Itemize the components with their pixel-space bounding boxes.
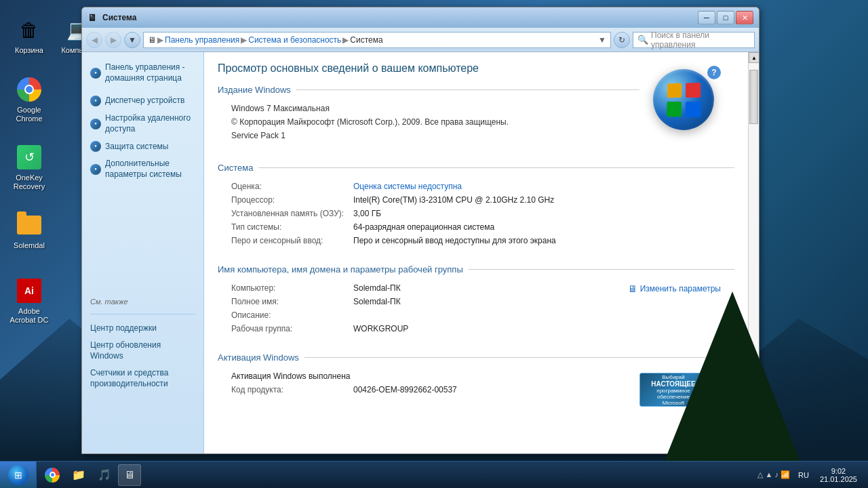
minimize-button[interactable]: ─ <box>698 11 715 24</box>
sidebar-divider <box>90 314 195 314</box>
start-button[interactable]: ⊞ <box>0 462 37 489</box>
product-key-value: 00426-OEM-8992662-00537 <box>353 385 457 394</box>
taskbar-control-panel-icon: 🖥 <box>124 469 135 481</box>
description-row: Описание: <box>218 308 628 322</box>
service-pack-row: Service Pack 1 <box>218 129 639 142</box>
address-breadcrumb[interactable]: 🖥 ▶ Панель управления ▶ Система и безопа… <box>143 32 611 48</box>
change-params-button[interactable]: 🖥 Изменить параметры <box>628 283 721 294</box>
clock-time: 9:02 <box>820 467 857 475</box>
breadcrumb-sep-1: ▶ <box>241 35 247 45</box>
breadcrumb-item-2[interactable]: Система <box>350 35 382 45</box>
content-area: Панель управления - домашняя страница Ди… <box>82 52 759 453</box>
taskbar-control-panel[interactable]: 🖥 <box>118 464 141 486</box>
solemdal-folder-icon <box>16 211 43 239</box>
taskbar-chrome-icon <box>45 468 60 483</box>
workgroup-value: WORKGROUP <box>353 324 614 333</box>
activation-badge: Выбирай НАСТОЯЩЕЕ программное обеспечени… <box>639 373 707 407</box>
system-protection-icon <box>90 141 101 152</box>
back-button[interactable]: ◀ <box>86 32 102 48</box>
taskbar-chrome[interactable] <box>39 464 65 486</box>
window-icon: 🖥 <box>87 12 98 23</box>
scroll-track[interactable] <box>749 63 759 443</box>
ram-label: Установленная память (ОЗУ): <box>231 209 353 218</box>
sidebar-remote-access[interactable]: Настройка удаленного доступа <box>82 110 203 138</box>
badge-line1: Выбирай <box>643 374 704 380</box>
desktop: 🗑 Корзина 💻 Компью... Google Chrome ↺ On… <box>0 0 868 488</box>
adobe-icon: Ai <box>16 277 43 304</box>
recycle-bin-icon: 🗑 <box>16 16 43 43</box>
sidebar-remote-access-label: Настройка удаленного доступа <box>105 113 195 134</box>
sidebar-system-protection[interactable]: Защита системы <box>82 138 203 155</box>
section-computer-header: Имя компьютера, имя домена и параметры р… <box>218 264 734 274</box>
desktop-icon-adobe[interactable]: Ai Adobe Acrobat DC <box>5 274 53 327</box>
processor-label: Процессор: <box>231 195 353 205</box>
sidebar-system-protection-label: Защита системы <box>105 142 168 152</box>
sidebar-device-manager[interactable]: Диспетчер устройств <box>82 92 203 110</box>
scrollbar[interactable]: ▲ ▼ <box>748 52 759 453</box>
go-button[interactable]: ↻ <box>614 32 630 48</box>
sidebar-home-label: Панель управления - домашняя страница <box>105 62 195 83</box>
rating-row: Оценка: Оценка системы недоступна <box>218 180 734 193</box>
see-also-title: См. также <box>82 292 203 308</box>
full-name-label: Полное имя: <box>231 297 353 306</box>
breadcrumb-item-1[interactable]: Система и безопасность <box>248 35 341 45</box>
windows-logo <box>653 69 714 130</box>
chrome-icon <box>16 76 43 103</box>
desktop-icon-onekey[interactable]: ↺ OneKey Recovery <box>5 141 53 194</box>
sidebar-performance[interactable]: Счетчики и средства производительности <box>82 365 203 392</box>
clock-date: 21.01.2025 <box>820 475 857 483</box>
pen-input-label: Перо и сенсорный ввод: <box>231 236 353 245</box>
sidebar-home-link[interactable]: Панель управления - домашняя страница <box>82 59 203 87</box>
address-bar: ◀ ▶ ▼ 🖥 ▶ Панель управления ▶ Система и … <box>82 28 759 52</box>
sidebar-advanced-params-label: Дополнительные параметры системы <box>105 159 195 180</box>
change-params-label: Изменить параметры <box>640 284 721 293</box>
breadcrumb-item-0[interactable]: Панель управления <box>165 35 239 45</box>
product-key-label: Код продукта: <box>231 385 353 394</box>
sidebar-advanced-params[interactable]: Дополнительные параметры системы <box>82 155 203 183</box>
copyright-row: © Корпорация Майкрософт (Microsoft Corp.… <box>218 115 639 129</box>
activation-status-row: Активация Windows выполнена <box>218 369 471 383</box>
activation-status-text: Активация Windows выполнена <box>231 371 457 381</box>
rating-value[interactable]: Оценка системы недоступна <box>353 182 721 191</box>
desktop-icon-recycle-bin[interactable]: 🗑 Корзина <box>5 14 53 58</box>
help-button[interactable]: ? <box>707 66 721 79</box>
search-placeholder: Поиск в панели управления <box>651 30 750 49</box>
onekey-icon: ↺ <box>16 144 43 171</box>
remote-access-icon <box>90 119 101 129</box>
close-button[interactable]: ✕ <box>736 11 753 24</box>
computer-name-row: Компьютер: Solemdal-ПК <box>218 281 628 295</box>
desktop-icon-solemdal[interactable]: Solemdal <box>5 209 53 253</box>
sidebar-support-center[interactable]: Центр поддержки <box>82 320 203 338</box>
full-name-value: Solemdal-ПК <box>353 297 614 306</box>
badge-line4: Microsoft <box>643 400 704 406</box>
scroll-thumb[interactable] <box>749 70 758 124</box>
taskbar-clock[interactable]: 9:02 21.01.2025 <box>814 467 863 483</box>
language-indicator[interactable]: RU <box>795 471 812 479</box>
taskbar-explorer[interactable]: 📁 <box>66 464 91 486</box>
window-title: Система <box>102 13 137 22</box>
scroll-down-button[interactable]: ▼ <box>749 443 759 453</box>
system-type-value: 64-разрядная операционная система <box>353 222 721 232</box>
system-type-label: Тип системы: <box>231 222 353 232</box>
title-bar: 🖥 Система ─ □ ✕ <box>82 7 759 28</box>
desktop-icon-chrome[interactable]: Google Chrome <box>5 73 53 126</box>
breadcrumb-dropdown-arrow[interactable]: ▼ <box>598 35 606 45</box>
title-bar-left: 🖥 Система <box>87 12 137 23</box>
badge-line3: программное обеспечение <box>643 388 704 400</box>
solemdal-label: Solemdal <box>14 241 45 250</box>
forward-button[interactable]: ▶ <box>105 32 121 48</box>
scroll-up-button[interactable]: ▲ <box>749 52 759 63</box>
system-properties-window: 🖥 Система ─ □ ✕ ◀ ▶ ▼ 🖥 ▶ Панель управле… <box>81 7 760 454</box>
maximize-button[interactable]: □ <box>717 11 734 24</box>
recent-pages-button[interactable]: ▼ <box>124 32 140 48</box>
sidebar-windows-update[interactable]: Центр обновления Windows <box>82 337 203 365</box>
copyright-text: © Корпорация Майкрософт (Microsoft Corp.… <box>231 117 509 127</box>
full-name-row: Полное имя: Solemdal-ПК <box>218 295 628 308</box>
sidebar: Панель управления - домашняя страница Ди… <box>82 52 204 453</box>
taskbar-items: 📁 🎵 🖥 <box>37 464 749 486</box>
sidebar-device-manager-label: Диспетчер устройств <box>105 96 184 106</box>
search-box[interactable]: 🔍 Поиск в панели управления <box>633 32 755 48</box>
taskbar-media[interactable]: 🎵 <box>92 464 117 486</box>
change-params-icon: 🖥 <box>628 283 637 294</box>
computer-name-value: Solemdal-ПК <box>353 283 614 293</box>
